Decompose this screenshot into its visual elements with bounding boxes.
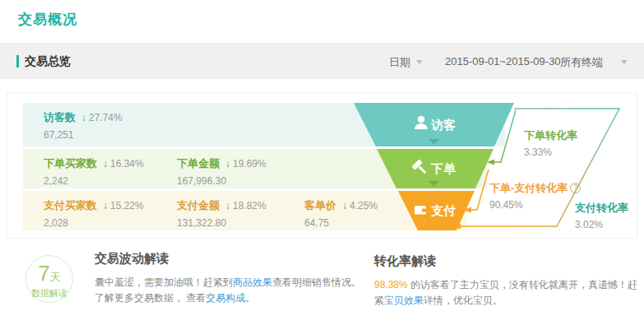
trade-fluctuation-insight: 交易波动解读 囊中羞涩，需要加油哦！赶紧到商品效果查看明细销售情况。 了解更多交… [95,251,381,306]
page-title: 交易概况 [18,10,77,29]
insight-line-2: 了解更多交易数据， 查看交易构成。 [95,290,381,306]
section-toolbar: 交易总览 日期 2015-09-01~2015-09-30 所有终端 [0,43,644,79]
metric-label: 支付金额 [177,199,220,211]
down-arrow-icon: ↓ [103,158,108,170]
date-type-label: 日期 [389,56,410,68]
conversion-value: 90.45% [489,199,581,211]
transaction-overview-page: 交易概况 交易总览 日期 2015-09-01~2015-09-30 所有终端 … [0,0,644,330]
down-arrow-icon: ↓ [103,200,108,211]
down-arrow-icon: ↓ [81,112,86,123]
metric-label: 访客数 [44,111,76,123]
insight-text: 查看明细销售情况。 [272,277,361,288]
conversion-insight: 转化率解读 98.38% 的访客看了主力宝贝，没有转化就离开，真遗憾！赶紧宝贝效… [374,253,641,309]
product-effect-link[interactable]: 商品效果 [233,277,272,288]
conversion-value: 3.33% [524,146,577,158]
metric-order-buyers: 下单买家数↓16.34% 2,242 [44,156,144,187]
metric-order-amount: 下单金额↓19.69% 167,996.30 [177,156,266,187]
metric-value: 2,028 [44,217,144,229]
metric-value: 131,322.80 [177,217,266,229]
date-range-picker[interactable]: 2015-09-01~2015-09-30 [445,55,561,67]
metric-label: 下单买家数 [44,157,97,170]
insight-text: 囊中羞涩，需要加油哦！赶紧到 [95,277,233,288]
metric-label: 下单金额 [177,157,220,170]
section-title-label: 交易总览 [25,54,71,67]
wallet-icon [415,206,426,215]
metric-change: 18.82% [233,200,266,211]
metric-value: 67,251 [44,129,123,141]
insight-text: 了解更多交易数据， 查看 [95,292,206,304]
help-icon[interactable]: ? [570,183,581,193]
badge-unit: 天 [50,271,61,283]
insight-title: 交易波动解读 [95,251,381,267]
insight-paragraph: 98.38% 的访客看了主力宝贝，没有转化就离开，真遗憾！赶紧宝贝效果详情，优化… [374,277,641,309]
order-pay-conversion-rate: 下单-支付转化率? 90.45% [489,181,581,211]
metric-change: 15.22% [110,200,144,211]
conversion-label: 支付转化率 [575,201,628,216]
terminal-dropdown[interactable]: 所有终端 [560,55,628,70]
metric-value: 2,242 [44,175,144,187]
metric-pay-buyers: 支付买家数↓15.22% 2,028 [44,198,144,229]
section-accent-bar [16,55,19,67]
metric-label: 客单价 [304,199,336,211]
down-arrow-icon: ↓ [225,200,230,211]
metric-pay-amount: 支付金额↓18.82% 131,322.80 [177,198,266,229]
trade-composition-link[interactable]: 交易构成 [206,292,245,304]
metric-label: 支付买家数 [44,199,97,211]
badge-caption: 数据解读 [26,288,72,299]
highlight-percentage: 98.38% [374,279,408,290]
down-arrow-icon: ↓ [225,158,230,170]
chevron-down-icon [416,60,423,64]
conversion-label: 下单转化率 [524,128,577,143]
funnel-stage-label: 下单 [430,161,456,175]
insight-text: 。 [245,292,255,304]
section-title: 交易总览 [16,54,71,69]
metric-visitors: 访客数↓27.74% 67,251 [44,109,123,141]
insight-text: 详情，优化宝贝。 [424,295,503,306]
date-type-dropdown[interactable]: 日期 [389,55,423,70]
metric-change: 16.34% [110,158,144,170]
insight-line-1: 囊中羞涩，需要加油哦！赶紧到商品效果查看明细销售情况。 [95,275,381,290]
funnel-stage-label: 支付 [430,203,456,217]
conversion-label: 下单-支付转化率 [489,182,568,194]
chevron-down-icon [621,60,628,64]
metric-change: 19.69% [233,158,266,170]
insight-title: 转化率解读 [374,253,641,269]
item-effect-link[interactable]: 宝贝效果 [384,295,424,306]
funnel-stage-label: 访客 [430,118,456,132]
conversion-value: 3.02% [575,219,628,230]
terminal-label: 所有终端 [560,56,603,68]
metric-value: 167,996.30 [177,175,266,187]
order-conversion-rate: 下单转化率 3.33% [524,128,577,158]
badge-number: 7 [38,261,49,286]
metric-change: 27.74% [89,112,123,123]
pay-conversion-rate: 支付转化率 3.02% [575,201,628,230]
seven-day-badge: 7天 数据解读 [25,255,73,303]
